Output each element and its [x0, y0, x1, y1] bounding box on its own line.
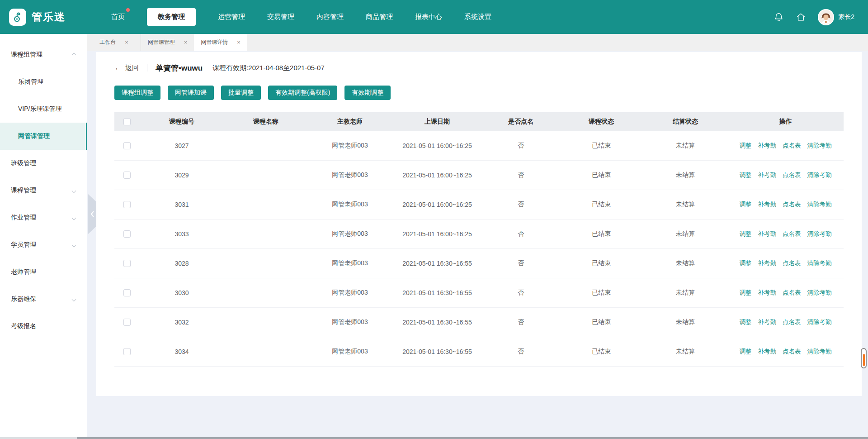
sidebar-item-teacher-mgmt[interactable]: 老师管理 — [0, 258, 87, 286]
adjust-link[interactable]: 调整 — [740, 348, 752, 355]
row-checkbox[interactable] — [123, 142, 131, 149]
validity-adjust-button[interactable]: 有效期调整 — [344, 86, 391, 100]
teacher-cell: 网管老师003 — [308, 289, 392, 297]
date-cell: 2021-05-01 16:00~16:25 — [392, 172, 482, 179]
nav-item-operations[interactable]: 运营管理 — [218, 8, 245, 26]
row-actions: 调整补考勤点名表清除考勤 — [727, 318, 844, 326]
course-table-body: 3027 网管老师003 2021-05-01 16:00~16:25 否 已结… — [114, 131, 844, 367]
roll-call-cell: 否 — [482, 259, 559, 267]
validity-adjust-high-perm-button[interactable]: 有效期调整(高权限) — [268, 86, 337, 100]
row-actions: 调整补考勤点名表清除考勤 — [727, 142, 844, 150]
sidebar-item-instrument-maintenance[interactable]: 乐器维保 — [0, 286, 87, 313]
tab-online-course-detail[interactable]: 网管课详情 × — [194, 34, 247, 51]
adjust-link[interactable]: 调整 — [740, 172, 752, 178]
roll-call-sheet-link[interactable]: 点名表 — [783, 348, 801, 355]
sidebar-item-exam-registration[interactable]: 考级报名 — [0, 313, 87, 340]
clear-attendance-link[interactable]: 清除考勤 — [807, 348, 832, 355]
batch-adjust-button[interactable]: 批量调整 — [221, 86, 261, 100]
brand[interactable]: 管乐迷 — [9, 9, 108, 26]
settle-status-cell: 未结算 — [643, 230, 727, 238]
roll-call-sheet-link[interactable]: 点名表 — [783, 319, 801, 325]
makeup-attendance-link[interactable]: 补考勤 — [758, 348, 777, 355]
sidebar-item-homework-mgmt[interactable]: 作业管理 — [0, 204, 87, 231]
clear-attendance-link[interactable]: 清除考勤 — [807, 319, 832, 325]
teacher-cell: 网管老师003 — [308, 200, 392, 209]
tab-workbench[interactable]: 工作台 × — [87, 34, 141, 51]
row-actions: 调整补考勤点名表清除考勤 — [727, 259, 844, 267]
sidebar-item-class-mgmt[interactable]: 班级管理 — [0, 150, 87, 177]
back-button[interactable]: ← 返回 — [114, 63, 139, 72]
clear-attendance-link[interactable]: 清除考勤 — [807, 142, 832, 149]
sidebar-item-course-mgmt[interactable]: 课程管理 — [0, 177, 87, 204]
makeup-attendance-link[interactable]: 补考勤 — [758, 260, 777, 267]
row-checkbox[interactable] — [123, 348, 131, 355]
adjust-link[interactable]: 调整 — [740, 230, 752, 237]
roll-call-sheet-link[interactable]: 点名表 — [783, 230, 801, 237]
adjust-link[interactable]: 调整 — [740, 289, 752, 296]
clear-attendance-link[interactable]: 清除考勤 — [807, 201, 832, 208]
close-icon[interactable]: × — [237, 39, 241, 45]
clear-attendance-link[interactable]: 清除考勤 — [807, 230, 832, 237]
nav-item-system-settings[interactable]: 系统设置 — [464, 8, 491, 26]
makeup-attendance-link[interactable]: 补考勤 — [758, 142, 777, 149]
table-row: 3033 网管老师003 2021-05-01 16:00~16:25 否 已结… — [114, 220, 844, 249]
settle-status-cell: 未结算 — [643, 318, 727, 326]
sidebar-item-student-mgmt[interactable]: 学员管理 — [0, 231, 87, 258]
makeup-attendance-link[interactable]: 补考勤 — [758, 319, 777, 325]
adjust-link[interactable]: 调整 — [740, 142, 752, 149]
settle-status-cell: 未结算 — [643, 200, 727, 209]
adjust-link[interactable]: 调整 — [740, 201, 752, 208]
clear-attendance-link[interactable]: 清除考勤 — [807, 260, 832, 267]
clear-attendance-link[interactable]: 清除考勤 — [807, 172, 832, 178]
clear-attendance-link[interactable]: 清除考勤 — [807, 289, 832, 296]
sidebar-item-course-group-mgmt[interactable]: 课程组管理 — [0, 41, 87, 68]
add-online-course-button[interactable]: 网管课加课 — [168, 86, 214, 100]
bell-icon[interactable] — [774, 12, 784, 22]
date-cell: 2021-05-01 16:00~16:25 — [392, 201, 482, 208]
row-checkbox[interactable] — [123, 289, 131, 296]
row-checkbox[interactable] — [123, 319, 131, 326]
makeup-attendance-link[interactable]: 补考勤 — [758, 172, 777, 178]
row-checkbox[interactable] — [123, 201, 131, 208]
scrollbar-thumb[interactable] — [861, 348, 867, 368]
header-roll-call: 是否点名 — [482, 118, 559, 126]
user-menu[interactable]: 家长2 — [818, 9, 854, 25]
home-icon[interactable] — [796, 12, 806, 22]
nav-item-reports[interactable]: 报表中心 — [415, 8, 442, 26]
roll-call-sheet-link[interactable]: 点名表 — [783, 142, 801, 149]
teacher-cell: 网管老师003 — [308, 230, 392, 238]
nav-item-products[interactable]: 商品管理 — [366, 8, 393, 26]
sidebar-item-vip-music-theory-mgmt[interactable]: VIP/乐理课管理 — [0, 95, 87, 123]
settle-status-cell: 未结算 — [643, 259, 727, 267]
toolbar: 课程组调整 网管课加课 批量调整 有效期调整(高权限) 有效期调整 — [114, 86, 844, 100]
makeup-attendance-link[interactable]: 补考勤 — [758, 289, 777, 296]
makeup-attendance-link[interactable]: 补考勤 — [758, 230, 777, 237]
roll-call-sheet-link[interactable]: 点名表 — [783, 289, 801, 296]
table-row: 3027 网管老师003 2021-05-01 16:00~16:25 否 已结… — [114, 131, 844, 161]
course-id-cell: 3029 — [140, 172, 224, 179]
close-icon[interactable]: × — [184, 39, 188, 45]
nav-item-academic-affairs[interactable]: 教务管理 — [147, 8, 196, 26]
nav-item-transactions[interactable]: 交易管理 — [267, 8, 294, 26]
teacher-cell: 网管老师003 — [308, 259, 392, 267]
select-all-checkbox[interactable] — [123, 118, 131, 125]
adjust-link[interactable]: 调整 — [740, 260, 752, 267]
row-checkbox[interactable] — [123, 260, 131, 267]
top-navbar: 管乐迷 首页 教务管理 运营管理 交易管理 内容管理 商品管理 报表中心 系统设… — [0, 0, 868, 34]
row-checkbox[interactable] — [123, 172, 131, 179]
nav-item-home[interactable]: 首页 — [111, 8, 125, 26]
adjust-link[interactable]: 调整 — [740, 319, 752, 325]
roll-call-sheet-link[interactable]: 点名表 — [783, 260, 801, 267]
tab-online-course-mgmt[interactable]: 网管课管理 × — [141, 34, 194, 51]
nav-item-content[interactable]: 内容管理 — [316, 8, 344, 26]
course-group-adjust-button[interactable]: 课程组调整 — [114, 86, 160, 100]
close-icon[interactable]: × — [125, 39, 128, 45]
roll-call-sheet-link[interactable]: 点名表 — [783, 201, 801, 208]
sidebar-item-orchestra-mgmt[interactable]: 乐团管理 — [0, 68, 87, 95]
course-status-cell: 已结束 — [559, 142, 643, 150]
makeup-attendance-link[interactable]: 补考勤 — [758, 201, 777, 208]
sidebar-item-online-course-mgmt[interactable]: 网管课管理 — [0, 123, 87, 150]
roll-call-cell: 否 — [482, 171, 559, 179]
roll-call-sheet-link[interactable]: 点名表 — [783, 172, 801, 178]
row-checkbox[interactable] — [123, 230, 131, 238]
